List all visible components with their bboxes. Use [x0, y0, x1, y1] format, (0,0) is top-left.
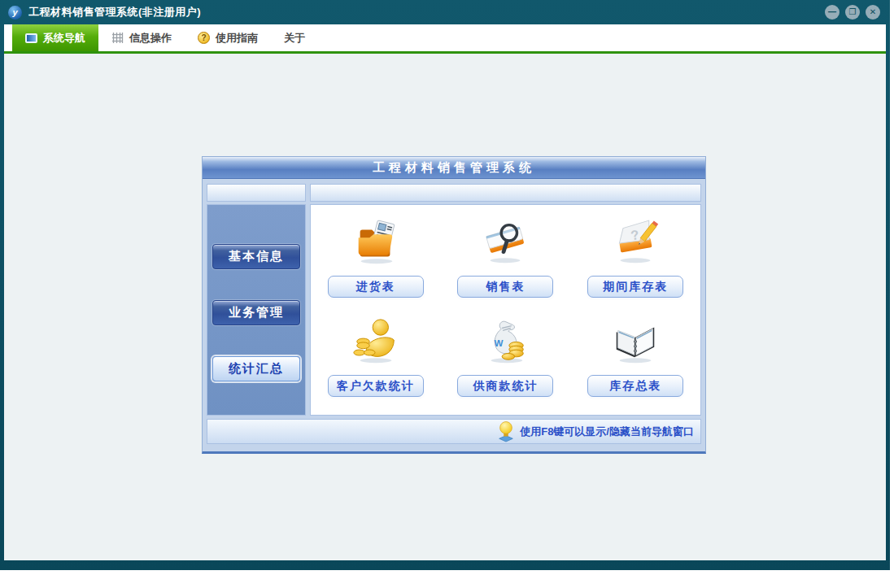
toolbar-item-label: 信息操作	[129, 31, 172, 46]
svg-text:W: W	[495, 338, 504, 348]
toolbar-item-about[interactable]: 关于	[271, 24, 318, 51]
app-window: y 工程材料销售管理系统(非注册用户) — ❐ ✕ 系统导航	[0, 0, 890, 570]
toolbar-item-info-operation[interactable]: 信息操作	[98, 24, 185, 51]
sales-table-button[interactable]: 销售表	[457, 276, 553, 298]
shortcut-sales-table: 销售表	[441, 216, 571, 316]
restore-button[interactable]: ❐	[845, 5, 860, 20]
customer-debt-icon	[349, 316, 403, 366]
panel-footer: 使用F8键可以显示/隐藏当前导航窗口	[207, 419, 701, 444]
shortcut-supplier-payment: W 供商款统计	[441, 316, 571, 415]
panel-title: 工程材料销售管理系统	[373, 160, 535, 176]
title-bar: y 工程材料销售管理系统(非注册用户) — ❐ ✕	[0, 0, 890, 24]
close-button[interactable]: ✕	[866, 5, 880, 20]
app-logo-icon: y	[8, 6, 22, 20]
shortcut-grid: 进货表	[310, 204, 701, 416]
sidebar-button-business-mgmt[interactable]: 业务管理	[212, 300, 300, 325]
toolbar-item-system-navigation[interactable]: 系统导航	[12, 24, 98, 51]
customer-debt-button[interactable]: 客户欠款统计	[328, 375, 424, 397]
shortcut-inventory-summary: 库存总表	[570, 316, 700, 415]
window-controls: — ❐ ✕	[825, 5, 880, 20]
desktop-area: 工程材料销售管理系统 基本信息 业务管理 统计汇总	[4, 54, 886, 558]
minimize-button[interactable]: —	[825, 5, 839, 20]
footer-tip-text: 使用F8键可以显示/隐藏当前导航窗口	[520, 425, 694, 439]
inventory-summary-button[interactable]: 库存总表	[587, 375, 683, 397]
purchase-table-button[interactable]: 进货表	[328, 276, 424, 298]
navigation-panel: 工程材料销售管理系统 基本信息 业务管理 统计汇总	[202, 156, 706, 454]
inventory-book-icon	[608, 316, 662, 366]
sidebar-button-statistics[interactable]: 统计汇总	[212, 356, 300, 381]
main-subheader	[310, 184, 701, 202]
purchase-folder-icon	[349, 216, 403, 267]
category-sidebar: 基本信息 业务管理 统计汇总	[207, 184, 306, 416]
toolbar-item-user-guide[interactable]: ? 使用指南	[185, 24, 271, 51]
toolbar-item-label: 系统导航	[43, 31, 85, 46]
shortcut-area: 进货表	[310, 184, 701, 416]
sidebar-button-basic-info[interactable]: 基本信息	[212, 244, 300, 269]
shortcut-customer-debt: 客户欠款统计	[311, 316, 441, 415]
help-coin-icon: ?	[198, 32, 210, 44]
window-client-area: 系统导航 信息操作 ? 使用指南 关于	[4, 24, 886, 560]
sidebar-body: 基本信息 业务管理 统计汇总	[207, 204, 306, 416]
main-toolbar: 系统导航 信息操作 ? 使用指南 关于	[4, 24, 886, 54]
toolbar-item-label: 使用指南	[216, 31, 258, 46]
supplier-payment-icon: W	[478, 316, 532, 366]
panel-header: 工程材料销售管理系统	[203, 157, 705, 179]
supplier-payment-button[interactable]: 供商款统计	[457, 375, 553, 397]
shortcut-purchase-table: 进货表	[311, 216, 441, 316]
sidebar-subheader	[207, 184, 306, 202]
period-inventory-icon: ?	[608, 216, 662, 267]
lightbulb-icon	[496, 420, 516, 443]
shortcut-period-inventory: ? 期间库存表	[570, 216, 700, 316]
window-title: 工程材料销售管理系统(非注册用户)	[28, 5, 201, 20]
period-inventory-button[interactable]: 期间库存表	[587, 276, 683, 298]
sales-search-icon	[478, 216, 532, 267]
grid-icon	[111, 32, 124, 44]
toolbar-item-label: 关于	[284, 31, 305, 46]
navigation-icon	[25, 33, 37, 43]
